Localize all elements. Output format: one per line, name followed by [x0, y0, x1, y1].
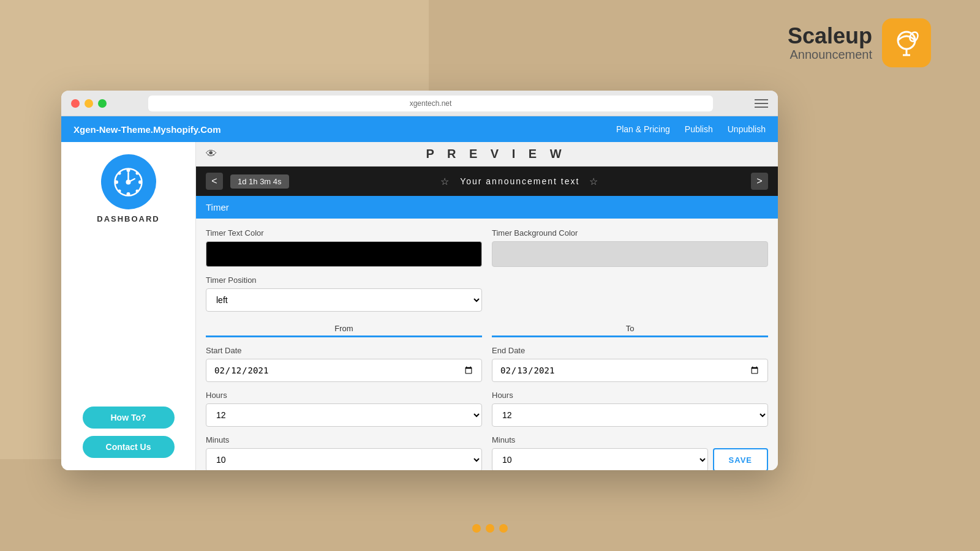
- browser-window: xgentech.net Xgen-New-Theme.Myshopify.Co…: [61, 91, 778, 470]
- dashboard-label: DASHBOARD: [97, 214, 160, 223]
- svg-point-14: [118, 189, 121, 192]
- url-text: xgentech.net: [410, 99, 452, 108]
- end-date-label: End Date: [492, 346, 768, 355]
- end-date-group: End Date: [492, 346, 768, 382]
- save-button[interactable]: SAVE: [713, 448, 768, 470]
- to-label: To: [492, 320, 768, 335]
- branding-area: Scaleup Announcement: [788, 18, 931, 67]
- svg-point-10: [127, 168, 130, 172]
- color-row: Timer Text Color Timer Background Color: [206, 228, 768, 267]
- brand-text: Scaleup Announcement: [788, 24, 872, 62]
- timer-text-color-label: Timer Text Color: [206, 228, 482, 238]
- traffic-light-red[interactable]: [71, 99, 80, 108]
- preview-section: 👁 P R E V I E W: [196, 142, 778, 167]
- hamburger-menu[interactable]: [755, 99, 768, 108]
- nav-plan-pricing[interactable]: Plan & Pricing: [616, 124, 670, 134]
- from-minuts-group: Minuts 10: [206, 435, 482, 470]
- timer-section: Timer Timer Text Color Timer Background …: [196, 196, 778, 470]
- from-hours-select[interactable]: 12: [206, 403, 482, 427]
- timer-section-header: Timer: [196, 196, 778, 219]
- from-divider: From: [206, 320, 482, 337]
- to-minuts-label: Minuts: [492, 435, 768, 444]
- timer-text-color-group: Timer Text Color: [206, 228, 482, 267]
- browser-chrome: xgentech.net: [61, 91, 778, 116]
- to-minuts-group: Minuts 10 SAVE: [492, 435, 768, 470]
- timer-position-select[interactable]: left right center: [206, 288, 482, 312]
- svg-point-11: [127, 192, 130, 196]
- to-hours-select[interactable]: 12: [492, 403, 768, 427]
- to-hours-label: Hours: [492, 391, 768, 400]
- dashboard-circle: [101, 154, 156, 209]
- dot-2: [486, 524, 494, 533]
- svg-point-15: [136, 189, 139, 192]
- to-divider: To: [492, 320, 768, 337]
- ann-star-left: ☆: [440, 176, 450, 187]
- bottom-dots: [472, 524, 508, 533]
- ann-prev-button[interactable]: <: [206, 173, 223, 190]
- sidebar-bottom: How To? Contact Us: [71, 407, 186, 458]
- sidebar: DASHBOARD How To? Contact Us: [61, 142, 196, 470]
- nav-right: Plan & Pricing Publish Unpublish: [616, 124, 766, 134]
- position-spacer: [492, 276, 768, 312]
- from-minuts-label: Minuts: [206, 435, 482, 444]
- svg-point-0: [898, 32, 915, 49]
- to-minuts-select[interactable]: 10: [492, 448, 708, 470]
- dot-1: [472, 524, 481, 533]
- from-minuts-select[interactable]: 10: [206, 448, 482, 470]
- timer-position-group: Timer Position left right center: [206, 276, 482, 312]
- svg-point-12: [118, 171, 121, 174]
- how-to-button[interactable]: How To?: [83, 407, 175, 429]
- ann-text: Your announcement text: [460, 176, 579, 186]
- brand-icon: [882, 18, 931, 67]
- brand-subtitle: Announcement: [788, 48, 872, 62]
- from-hours-group: Hours 12: [206, 391, 482, 427]
- ann-star-right: ☆: [589, 176, 599, 187]
- nav-bar: Xgen-New-Theme.Myshopify.Com Plan & Pric…: [61, 116, 778, 142]
- to-hours-group: Hours 12: [492, 391, 768, 427]
- timer-bg-color-swatch[interactable]: [492, 241, 768, 267]
- traffic-light-green[interactable]: [98, 99, 107, 108]
- minuts-row: Minuts 10 Minuts 10 SAVE: [206, 435, 768, 470]
- preview-label: P R E V I E W: [224, 147, 768, 161]
- position-row: Timer Position left right center: [206, 276, 768, 312]
- timer-form-body: Timer Text Color Timer Background Color …: [196, 219, 778, 470]
- ann-timer: 1d 1h 3m 4s: [230, 174, 289, 189]
- svg-point-9: [138, 180, 142, 184]
- timer-bg-color-group: Timer Background Color: [492, 228, 768, 267]
- date-row: Start Date End Date: [206, 346, 768, 382]
- nav-unpublish[interactable]: Unpublish: [728, 124, 766, 134]
- timer-bg-color-label: Timer Background Color: [492, 228, 768, 238]
- from-to-divider-row: From To: [206, 320, 768, 337]
- timer-text-color-swatch[interactable]: [206, 241, 482, 267]
- ann-text-content: ☆ Your announcement text ☆: [296, 176, 744, 187]
- url-bar[interactable]: xgentech.net: [148, 96, 713, 111]
- nav-logo: Xgen-New-Theme.Myshopify.Com: [74, 124, 221, 135]
- svg-point-8: [115, 180, 118, 184]
- end-date-input[interactable]: [492, 359, 768, 382]
- svg-point-13: [136, 171, 139, 174]
- timer-position-label: Timer Position: [206, 276, 482, 285]
- start-date-input[interactable]: [206, 359, 482, 382]
- nav-publish[interactable]: Publish: [685, 124, 713, 134]
- from-label: From: [206, 320, 482, 335]
- traffic-light-yellow[interactable]: [85, 99, 93, 108]
- brand-name: Scaleup: [788, 24, 872, 48]
- content-area: 👁 P R E V I E W < 1d 1h 3m 4s ☆ Your ann…: [196, 142, 778, 470]
- start-date-label: Start Date: [206, 346, 482, 355]
- from-divider-line: [206, 335, 482, 337]
- main-layout: DASHBOARD How To? Contact Us 👁 P R E V I…: [61, 142, 778, 470]
- start-date-group: Start Date: [206, 346, 482, 382]
- from-hours-label: Hours: [206, 391, 482, 400]
- announcement-bar: < 1d 1h 3m 4s ☆ Your announcement text ☆…: [196, 167, 778, 196]
- hours-row: Hours 12 Hours 12: [206, 391, 768, 427]
- eye-icon: 👁: [206, 148, 217, 160]
- contact-us-button[interactable]: Contact Us: [83, 436, 175, 458]
- ann-next-button[interactable]: >: [751, 173, 768, 190]
- dot-3: [499, 524, 508, 533]
- to-divider-line: [492, 335, 768, 337]
